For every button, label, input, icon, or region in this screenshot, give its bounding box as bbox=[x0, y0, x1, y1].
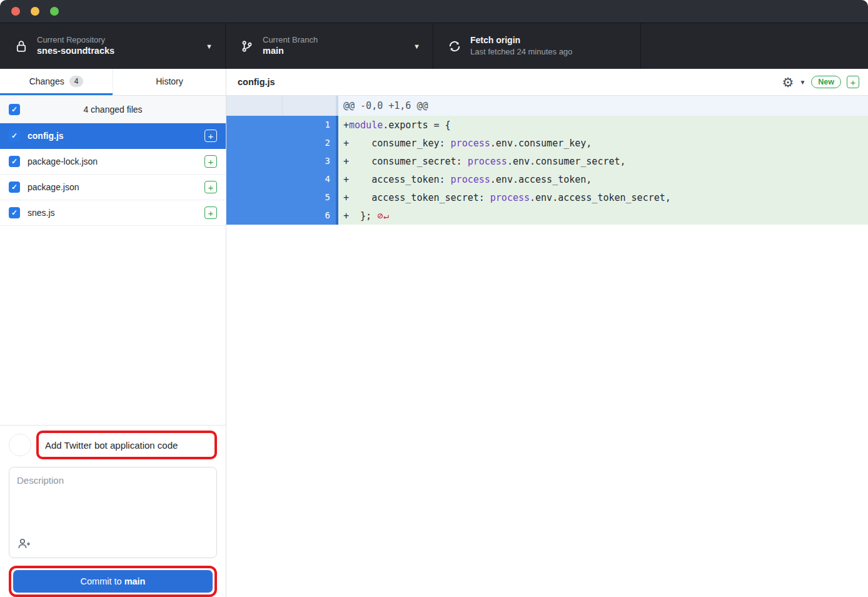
file-row-package-json[interactable]: ✓ package.json + bbox=[0, 175, 226, 200]
line-gutter[interactable]: 5 bbox=[226, 188, 338, 207]
diff-code-line: + access_token: process.env.access_token… bbox=[338, 170, 868, 188]
file-row-config-js[interactable]: ✓ config.js + bbox=[0, 123, 226, 149]
file-name: config.js bbox=[28, 131, 197, 141]
line-gutter[interactable]: 4 bbox=[226, 170, 338, 188]
expand-plus-icon[interactable]: + bbox=[847, 76, 859, 88]
line-gutter[interactable]: 1 bbox=[226, 116, 338, 134]
commit-summary-input[interactable] bbox=[45, 440, 208, 451]
line-number: 1 bbox=[283, 116, 336, 134]
minimize-button[interactable] bbox=[31, 7, 39, 16]
file-name: package-lock.json bbox=[28, 156, 197, 166]
file-row-snes-js[interactable]: ✓ snes.js + bbox=[0, 200, 226, 226]
repository-switcher[interactable]: Current Repository snes-soundtracks ▼ bbox=[0, 23, 226, 69]
diff-line-row: 6 + }; ⊘↵ bbox=[226, 207, 868, 225]
file-row-package-lock-json[interactable]: ✓ package-lock.json + bbox=[0, 149, 226, 175]
file-checkbox[interactable]: ✓ bbox=[9, 207, 20, 218]
line-number: 6 bbox=[283, 207, 336, 225]
diff-line-row: 5 + access_token_secret: process.env.acc… bbox=[226, 188, 868, 207]
select-all-checkbox[interactable]: ✓ bbox=[9, 104, 20, 115]
fetch-subtitle: Last fetched 24 minutes ago bbox=[470, 46, 572, 58]
diff-line-row: 3 + consumer_secret: process.env.consume… bbox=[226, 152, 868, 170]
annotation-highlight-summary bbox=[36, 431, 217, 459]
commit-button[interactable]: Commit to main bbox=[13, 570, 213, 593]
diff-pane: config.js ⚙ ▼ New + @@ -0,0 +1,6 @@ 1 +m… bbox=[226, 69, 868, 597]
window-titlebar bbox=[0, 0, 868, 23]
plus-square-icon[interactable]: + bbox=[204, 155, 217, 168]
commit-button-prefix: Commit to bbox=[81, 576, 124, 586]
file-name: snes.js bbox=[28, 208, 197, 218]
sidebar-tabs: Changes 4 History bbox=[0, 69, 226, 96]
repository-label: Current Repository bbox=[37, 34, 114, 46]
file-checkbox[interactable]: ✓ bbox=[9, 156, 20, 167]
user-avatar bbox=[9, 434, 31, 456]
chevron-down-icon[interactable]: ▼ bbox=[799, 79, 805, 86]
branch-label: Current Branch bbox=[263, 34, 318, 46]
app-window: Current Repository snes-soundtracks ▼ Cu… bbox=[0, 0, 868, 597]
zoom-button[interactable] bbox=[50, 7, 59, 16]
main-toolbar: Current Repository snes-soundtracks ▼ Cu… bbox=[0, 23, 868, 69]
diff-line-row: 2 + consumer_key: process.env.consumer_k… bbox=[226, 134, 868, 152]
diff-file-header: config.js ⚙ ▼ New + bbox=[226, 69, 868, 96]
chevron-down-icon: ▼ bbox=[413, 43, 420, 50]
diff-view: @@ -0,0 +1,6 @@ 1 +module.exports = { 2 … bbox=[226, 96, 868, 597]
sync-icon bbox=[447, 39, 462, 53]
close-button[interactable] bbox=[11, 7, 20, 16]
commit-button-branch: main bbox=[124, 576, 146, 586]
repository-name: snes-soundtracks bbox=[37, 45, 114, 58]
no-newline-icon: ⊘↵ bbox=[377, 210, 390, 222]
git-branch-icon bbox=[240, 39, 255, 53]
diff-line-row: 4 + access_token: process.env.access_tok… bbox=[226, 170, 868, 188]
fetch-origin-button[interactable]: Fetch origin Last fetched 24 minutes ago bbox=[433, 23, 641, 69]
diff-code-line: + consumer_key: process.env.consumer_key… bbox=[338, 134, 868, 152]
changed-files-summary-row: ✓ 4 changed files bbox=[0, 96, 226, 123]
line-number: 5 bbox=[283, 188, 336, 207]
file-checkbox[interactable]: ✓ bbox=[9, 181, 20, 193]
tab-history[interactable]: History bbox=[113, 69, 226, 95]
diff-code-line: + access_token_secret: process.env.acces… bbox=[338, 188, 868, 207]
lock-icon bbox=[14, 39, 29, 53]
diff-code-line: +module.exports = { bbox=[338, 116, 868, 134]
diff-line-row: 1 +module.exports = { bbox=[226, 116, 868, 134]
plus-square-icon[interactable]: + bbox=[204, 207, 217, 219]
tab-history-label: History bbox=[156, 76, 183, 86]
hunk-gutter[interactable] bbox=[226, 96, 338, 116]
fetch-title: Fetch origin bbox=[470, 34, 572, 46]
hunk-header-text: @@ -0,0 +1,6 @@ bbox=[338, 96, 868, 116]
line-gutter[interactable]: 6 bbox=[226, 207, 338, 225]
diff-code-line: + consumer_secret: process.env.consumer_… bbox=[338, 152, 868, 170]
line-number: 3 bbox=[283, 152, 336, 170]
add-coauthor-icon[interactable] bbox=[18, 538, 31, 550]
line-number: 4 bbox=[283, 170, 336, 188]
branch-name: main bbox=[263, 45, 318, 58]
sidebar-empty-area bbox=[0, 226, 226, 425]
plus-square-icon[interactable]: + bbox=[204, 130, 217, 142]
gear-icon[interactable]: ⚙ bbox=[782, 76, 794, 89]
commit-description-box bbox=[9, 467, 217, 558]
file-checkbox[interactable]: ✓ bbox=[9, 130, 20, 141]
toolbar-empty-space bbox=[641, 23, 868, 69]
diff-code-line: + }; ⊘↵ bbox=[338, 207, 868, 225]
changes-sidebar: Changes 4 History ✓ 4 changed files ✓ co… bbox=[0, 69, 226, 597]
changed-files-summary: 4 changed files bbox=[0, 105, 226, 115]
line-number: 2 bbox=[283, 134, 336, 152]
commit-form: Commit to main bbox=[0, 425, 226, 597]
changes-count-badge: 4 bbox=[69, 76, 84, 87]
hunk-header-row: @@ -0,0 +1,6 @@ bbox=[226, 96, 868, 116]
plus-square-icon[interactable]: + bbox=[204, 181, 217, 193]
line-gutter[interactable]: 2 bbox=[226, 134, 338, 152]
chevron-down-icon: ▼ bbox=[206, 43, 213, 50]
file-name: package.json bbox=[28, 182, 197, 192]
diff-file-name: config.js bbox=[238, 77, 275, 87]
branch-switcher[interactable]: Current Branch main ▼ bbox=[226, 23, 433, 69]
annotation-highlight-commit: Commit to main bbox=[9, 566, 217, 597]
tab-changes-label: Changes bbox=[29, 76, 64, 86]
commit-description-textarea[interactable] bbox=[9, 467, 216, 530]
tab-changes[interactable]: Changes 4 bbox=[0, 69, 113, 95]
new-file-badge: New bbox=[811, 76, 841, 88]
line-gutter[interactable]: 3 bbox=[226, 152, 338, 170]
